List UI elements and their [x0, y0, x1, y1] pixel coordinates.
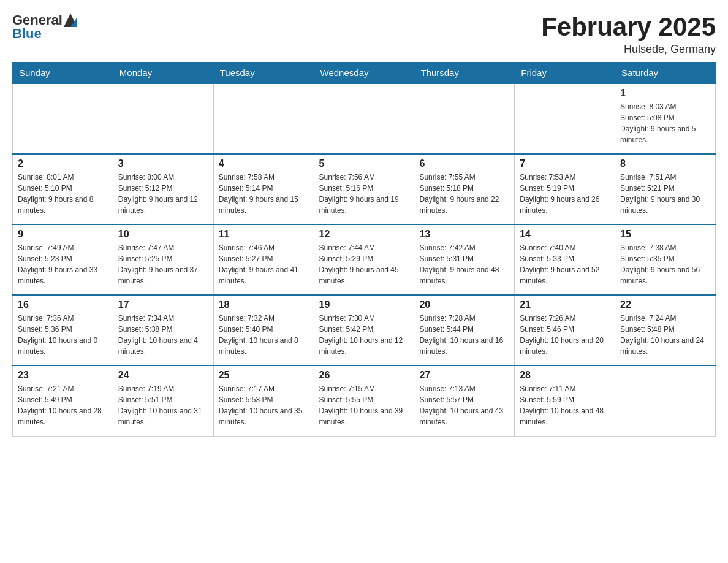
location-label: Hulsede, Germany — [541, 43, 716, 56]
calendar-cell — [515, 83, 615, 154]
col-monday: Monday — [113, 63, 213, 84]
calendar-cell: 26Sunrise: 7:15 AM Sunset: 5:55 PM Dayli… — [314, 366, 414, 436]
calendar-cell: 7Sunrise: 7:53 AM Sunset: 5:19 PM Daylig… — [515, 154, 615, 224]
calendar-table: Sunday Monday Tuesday Wednesday Thursday… — [12, 62, 716, 437]
day-info: Sunrise: 7:58 AM Sunset: 5:14 PM Dayligh… — [219, 172, 309, 216]
day-number: 1 — [620, 88, 710, 99]
day-number: 10 — [118, 229, 208, 240]
week-row-1: 1Sunrise: 8:03 AM Sunset: 5:08 PM Daylig… — [13, 83, 716, 154]
day-number: 27 — [419, 370, 509, 381]
day-info: Sunrise: 7:44 AM Sunset: 5:29 PM Dayligh… — [319, 242, 409, 286]
day-info: Sunrise: 8:01 AM Sunset: 5:10 PM Dayligh… — [18, 172, 108, 216]
week-row-4: 16Sunrise: 7:36 AM Sunset: 5:36 PM Dayli… — [13, 295, 716, 366]
calendar-cell: 21Sunrise: 7:26 AM Sunset: 5:46 PM Dayli… — [515, 295, 615, 366]
day-number: 8 — [620, 158, 710, 169]
calendar-cell: 22Sunrise: 7:24 AM Sunset: 5:48 PM Dayli… — [615, 295, 716, 366]
day-info: Sunrise: 7:36 AM Sunset: 5:36 PM Dayligh… — [18, 313, 108, 357]
calendar-cell: 19Sunrise: 7:30 AM Sunset: 5:42 PM Dayli… — [314, 295, 414, 366]
day-info: Sunrise: 7:46 AM Sunset: 5:27 PM Dayligh… — [219, 242, 309, 286]
col-saturday: Saturday — [615, 63, 716, 84]
day-number: 5 — [319, 158, 409, 169]
day-info: Sunrise: 7:47 AM Sunset: 5:25 PM Dayligh… — [118, 242, 208, 286]
day-info: Sunrise: 8:03 AM Sunset: 5:08 PM Dayligh… — [620, 101, 710, 145]
day-number: 3 — [118, 158, 208, 169]
day-number: 20 — [419, 299, 509, 310]
page-header: General Blue February 2025 Hulsede, Germ… — [12, 12, 716, 56]
logo-blue-text: Blue — [12, 26, 42, 42]
calendar-cell: 9Sunrise: 7:49 AM Sunset: 5:23 PM Daylig… — [13, 224, 113, 295]
calendar-cell: 28Sunrise: 7:11 AM Sunset: 5:59 PM Dayli… — [515, 366, 615, 436]
day-info: Sunrise: 7:38 AM Sunset: 5:35 PM Dayligh… — [620, 242, 710, 286]
calendar-cell: 8Sunrise: 7:51 AM Sunset: 5:21 PM Daylig… — [615, 154, 716, 224]
calendar-cell — [414, 83, 515, 154]
week-row-5: 23Sunrise: 7:21 AM Sunset: 5:49 PM Dayli… — [13, 366, 716, 436]
calendar-cell: 6Sunrise: 7:55 AM Sunset: 5:18 PM Daylig… — [414, 154, 515, 224]
day-info: Sunrise: 7:13 AM Sunset: 5:57 PM Dayligh… — [419, 383, 509, 427]
calendar-cell: 20Sunrise: 7:28 AM Sunset: 5:44 PM Dayli… — [414, 295, 515, 366]
day-number: 23 — [18, 370, 108, 381]
day-info: Sunrise: 7:55 AM Sunset: 5:18 PM Dayligh… — [419, 172, 509, 216]
day-number: 7 — [520, 158, 610, 169]
day-info: Sunrise: 7:15 AM Sunset: 5:55 PM Dayligh… — [319, 383, 409, 427]
day-number: 28 — [520, 370, 610, 381]
week-row-2: 2Sunrise: 8:01 AM Sunset: 5:10 PM Daylig… — [13, 154, 716, 224]
calendar-cell: 2Sunrise: 8:01 AM Sunset: 5:10 PM Daylig… — [13, 154, 113, 224]
day-number: 25 — [219, 370, 309, 381]
title-area: February 2025 Hulsede, Germany — [541, 12, 716, 56]
month-title: February 2025 — [541, 12, 716, 42]
calendar-cell: 12Sunrise: 7:44 AM Sunset: 5:29 PM Dayli… — [314, 224, 414, 295]
day-info: Sunrise: 7:24 AM Sunset: 5:48 PM Dayligh… — [620, 313, 710, 357]
calendar-cell — [13, 83, 113, 154]
day-info: Sunrise: 7:42 AM Sunset: 5:31 PM Dayligh… — [419, 242, 509, 286]
calendar-cell — [113, 83, 213, 154]
day-info: Sunrise: 7:17 AM Sunset: 5:53 PM Dayligh… — [219, 383, 309, 427]
day-number: 22 — [620, 299, 710, 310]
calendar-cell: 3Sunrise: 8:00 AM Sunset: 5:12 PM Daylig… — [113, 154, 213, 224]
calendar-cell: 27Sunrise: 7:13 AM Sunset: 5:57 PM Dayli… — [414, 366, 515, 436]
day-info: Sunrise: 7:40 AM Sunset: 5:33 PM Dayligh… — [520, 242, 610, 286]
day-number: 9 — [18, 229, 108, 240]
day-number: 18 — [219, 299, 309, 310]
day-info: Sunrise: 7:34 AM Sunset: 5:38 PM Dayligh… — [118, 313, 208, 357]
day-info: Sunrise: 7:49 AM Sunset: 5:23 PM Dayligh… — [18, 242, 108, 286]
day-info: Sunrise: 7:26 AM Sunset: 5:46 PM Dayligh… — [520, 313, 610, 357]
calendar-cell: 23Sunrise: 7:21 AM Sunset: 5:49 PM Dayli… — [13, 366, 113, 436]
header-row: Sunday Monday Tuesday Wednesday Thursday… — [13, 63, 716, 84]
week-row-3: 9Sunrise: 7:49 AM Sunset: 5:23 PM Daylig… — [13, 224, 716, 295]
day-info: Sunrise: 7:32 AM Sunset: 5:40 PM Dayligh… — [219, 313, 309, 357]
day-number: 16 — [18, 299, 108, 310]
day-info: Sunrise: 7:51 AM Sunset: 5:21 PM Dayligh… — [620, 172, 710, 216]
logo: General Blue — [12, 12, 77, 42]
day-info: Sunrise: 7:28 AM Sunset: 5:44 PM Dayligh… — [419, 313, 509, 357]
day-number: 4 — [219, 158, 309, 169]
calendar-cell — [213, 83, 314, 154]
calendar-cell: 10Sunrise: 7:47 AM Sunset: 5:25 PM Dayli… — [113, 224, 213, 295]
day-info: Sunrise: 7:30 AM Sunset: 5:42 PM Dayligh… — [319, 313, 409, 357]
calendar-cell: 13Sunrise: 7:42 AM Sunset: 5:31 PM Dayli… — [414, 224, 515, 295]
day-info: Sunrise: 7:11 AM Sunset: 5:59 PM Dayligh… — [520, 383, 610, 427]
day-number: 24 — [118, 370, 208, 381]
calendar-cell — [615, 366, 716, 436]
calendar-cell — [314, 83, 414, 154]
calendar-cell: 11Sunrise: 7:46 AM Sunset: 5:27 PM Dayli… — [213, 224, 314, 295]
day-info: Sunrise: 7:21 AM Sunset: 5:49 PM Dayligh… — [18, 383, 108, 427]
col-friday: Friday — [515, 63, 615, 84]
col-tuesday: Tuesday — [213, 63, 314, 84]
calendar-cell: 16Sunrise: 7:36 AM Sunset: 5:36 PM Dayli… — [13, 295, 113, 366]
col-thursday: Thursday — [414, 63, 515, 84]
day-number: 2 — [18, 158, 108, 169]
logo-icon — [64, 13, 77, 27]
calendar-cell: 25Sunrise: 7:17 AM Sunset: 5:53 PM Dayli… — [213, 366, 314, 436]
day-number: 12 — [319, 229, 409, 240]
calendar-cell: 5Sunrise: 7:56 AM Sunset: 5:16 PM Daylig… — [314, 154, 414, 224]
calendar-cell: 18Sunrise: 7:32 AM Sunset: 5:40 PM Dayli… — [213, 295, 314, 366]
calendar-cell: 4Sunrise: 7:58 AM Sunset: 5:14 PM Daylig… — [213, 154, 314, 224]
day-number: 17 — [118, 299, 208, 310]
day-number: 13 — [419, 229, 509, 240]
col-wednesday: Wednesday — [314, 63, 414, 84]
calendar-cell: 14Sunrise: 7:40 AM Sunset: 5:33 PM Dayli… — [515, 224, 615, 295]
day-info: Sunrise: 7:53 AM Sunset: 5:19 PM Dayligh… — [520, 172, 610, 216]
day-number: 6 — [419, 158, 509, 169]
day-number: 11 — [219, 229, 309, 240]
day-number: 14 — [520, 229, 610, 240]
